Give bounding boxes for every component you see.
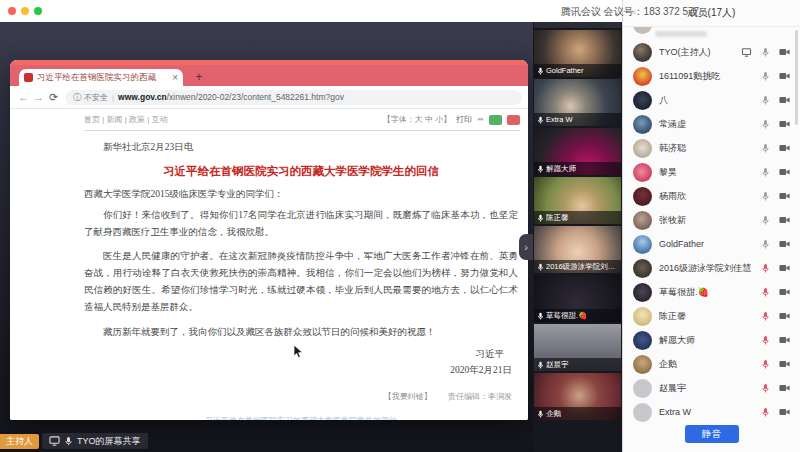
mic-icon (537, 116, 544, 124)
participant-name: 草莓很甜.🍓 (546, 309, 587, 322)
video-tile[interactable]: 企鹅 (534, 373, 621, 420)
avatar (633, 259, 652, 278)
video-tile-partial[interactable] (534, 22, 621, 28)
camera-icon[interactable] (779, 408, 790, 416)
member-row[interactable]: TYO(主持人) (623, 40, 800, 64)
member-name: 草莓很甜.🍓 (659, 286, 757, 299)
member-row[interactable]: 陈正馨 (623, 304, 800, 328)
camera-icon[interactable] (779, 192, 790, 200)
reload-icon[interactable]: ⟳ (46, 91, 61, 104)
participant-name: Extra W (546, 113, 573, 126)
mic-icon[interactable] (761, 407, 770, 417)
camera-icon[interactable] (779, 336, 790, 344)
article-salutation: 西藏大学医学院2015级临床医学专业的同学们： (84, 188, 518, 201)
mic-icon[interactable] (761, 239, 770, 249)
mic-icon[interactable] (761, 143, 770, 153)
member-name: 企鹅 (659, 358, 757, 371)
strip-collapse-handle[interactable]: › (519, 234, 533, 260)
print-link[interactable]: 打印 (456, 114, 472, 125)
back-icon[interactable]: ← (16, 91, 31, 103)
new-tab-button[interactable]: + (192, 70, 206, 84)
info-icon[interactable]: ⓘ (73, 92, 81, 103)
mic-icon[interactable] (761, 167, 770, 177)
font-size-tools[interactable]: 【字体：大 中 小】 (383, 114, 451, 125)
video-tile[interactable]: 陈正馨 (534, 177, 621, 224)
mic-icon[interactable] (761, 383, 770, 393)
member-row[interactable]: 常涵虚 (623, 112, 800, 136)
mic-icon[interactable] (761, 95, 770, 105)
member-row[interactable]: 黎昊 (623, 160, 800, 184)
host-badge: 主持人 (0, 434, 39, 449)
camera-icon[interactable] (779, 288, 790, 296)
member-name: 赵晨宇 (659, 382, 757, 395)
member-row[interactable]: 张牧新 (623, 208, 800, 232)
close-tab-icon[interactable]: × (172, 72, 178, 83)
member-name: 解愿大师 (659, 334, 757, 347)
camera-icon[interactable] (779, 360, 790, 368)
camera-icon[interactable] (779, 96, 790, 104)
zoom-window-icon[interactable] (34, 7, 42, 15)
mic-icon[interactable] (761, 119, 770, 129)
mic-icon[interactable] (761, 359, 770, 369)
site-nav-links[interactable]: 首页 | 新闻 | 政策 | 互动 (84, 114, 168, 125)
related-link[interactable]: 习近平给在首钢医院实习的西藏大学医学院学生的回信 (84, 415, 518, 420)
video-tile[interactable]: 2016级游泳学院刘… (534, 226, 621, 273)
forward-icon[interactable]: → (31, 91, 46, 103)
camera-icon[interactable] (779, 264, 790, 272)
camera-icon[interactable] (779, 240, 790, 248)
article-sign-date: 2020年2月21日 (84, 364, 518, 377)
panel-scrollbar[interactable] (795, 30, 798, 125)
camera-icon[interactable] (779, 144, 790, 152)
member-row[interactable]: 杨雨欣 (623, 184, 800, 208)
mic-icon (537, 165, 544, 173)
avatar (633, 27, 652, 34)
camera-icon[interactable] (779, 48, 790, 56)
browser-addressbar: ← → ⟳ ⓘ 不安全 | www.gov.cn/xinwen/2020-02/… (10, 86, 528, 109)
video-tile[interactable]: 解愿大师 (534, 128, 621, 175)
mic-icon[interactable] (761, 287, 770, 297)
camera-icon[interactable] (779, 312, 790, 320)
member-row[interactable]: 草莓很甜.🍓 (623, 280, 800, 304)
camera-icon[interactable] (779, 72, 790, 80)
camera-icon[interactable] (779, 120, 790, 128)
mic-icon[interactable] (761, 47, 770, 57)
mic-icon[interactable] (761, 71, 770, 81)
mic-icon[interactable] (761, 263, 770, 273)
video-tile[interactable]: 赵晨宇 (534, 324, 621, 371)
member-row[interactable]: 2016级游泳学院刘佳慧 (623, 256, 800, 280)
camera-icon[interactable] (779, 384, 790, 392)
minimize-window-icon[interactable] (21, 7, 29, 15)
member-row-partial[interactable] (623, 27, 800, 40)
mute-button[interactable]: 静音 (685, 425, 739, 443)
member-row[interactable]: 八 (623, 88, 800, 112)
avatar (633, 43, 652, 62)
member-row[interactable]: 赵晨宇 (623, 376, 800, 400)
url-path: /xinwen/2020-02/23/content_5482261.htm?g… (167, 92, 344, 102)
member-row[interactable]: 企鹅 (623, 352, 800, 376)
video-tile[interactable]: 草莓很甜.🍓 (534, 275, 621, 322)
mic-icon[interactable] (761, 191, 770, 201)
url-field[interactable]: ⓘ 不安全 | www.gov.cn/xinwen/2020-02/23/con… (65, 90, 522, 105)
member-row[interactable]: 解愿大师 (623, 328, 800, 352)
close-window-icon[interactable] (8, 7, 16, 15)
mic-icon[interactable] (761, 311, 770, 321)
screen-share-icon (741, 48, 752, 57)
mic-icon (64, 436, 73, 446)
camera-icon[interactable] (779, 216, 790, 224)
mic-icon[interactable] (761, 215, 770, 225)
wechat-share-icon[interactable] (489, 115, 502, 125)
member-row[interactable]: 韩济聪 (623, 136, 800, 160)
share-arrow-icon[interactable]: ➦ (477, 115, 484, 124)
video-tile[interactable]: Extra W (534, 79, 621, 126)
video-tile[interactable]: GoldFather (534, 30, 621, 77)
avatar (633, 187, 652, 206)
correction-link[interactable]: 【我要纠错】 (384, 392, 432, 401)
member-row[interactable]: Extra W (623, 400, 800, 424)
mic-icon (537, 214, 544, 222)
camera-icon[interactable] (779, 168, 790, 176)
weibo-share-icon[interactable] (507, 115, 520, 125)
mic-icon[interactable] (761, 335, 770, 345)
member-row[interactable]: 1611091鹅挑吃 (623, 64, 800, 88)
member-row[interactable]: GoldFather (623, 232, 800, 256)
browser-tab[interactable]: 习近平给在首钢医院实习的西藏 × (19, 69, 183, 86)
